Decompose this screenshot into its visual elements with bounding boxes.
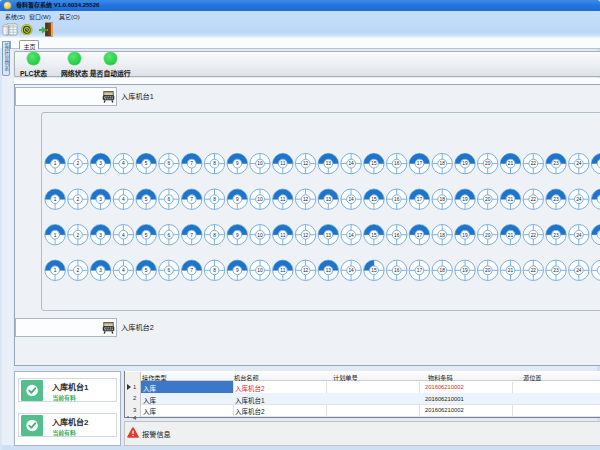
svg-text:13: 13 <box>326 161 332 166</box>
svg-text:5: 5 <box>145 197 148 202</box>
svg-text:11: 11 <box>280 232 285 237</box>
svg-text:12: 12 <box>303 197 309 202</box>
svg-text:10: 10 <box>257 232 263 237</box>
svg-text:22: 22 <box>531 268 537 273</box>
svg-text:15: 15 <box>371 232 377 237</box>
svg-text:20: 20 <box>485 232 491 237</box>
svg-text:5: 5 <box>145 268 148 273</box>
svg-text:17: 17 <box>417 232 423 237</box>
svg-text:15: 15 <box>371 268 377 273</box>
svg-text:4: 4 <box>122 197 125 202</box>
svg-text:3: 3 <box>99 161 102 166</box>
svg-text:23: 23 <box>553 232 559 237</box>
svg-text:24: 24 <box>576 197 582 202</box>
svg-text:6: 6 <box>168 232 171 237</box>
svg-text:2: 2 <box>77 197 80 202</box>
svg-text:11: 11 <box>280 268 285 273</box>
svg-text:4: 4 <box>122 268 125 273</box>
svg-text:11: 11 <box>280 161 285 166</box>
svg-text:11: 11 <box>280 197 285 202</box>
svg-text:16: 16 <box>394 232 400 237</box>
svg-text:9: 9 <box>236 232 239 237</box>
svg-text:13: 13 <box>326 268 332 273</box>
svg-text:1: 1 <box>54 232 57 237</box>
svg-text:18: 18 <box>440 268 446 273</box>
svg-text:13: 13 <box>326 232 332 237</box>
svg-text:21: 21 <box>508 268 514 273</box>
svg-text:2: 2 <box>77 161 80 166</box>
svg-text:18: 18 <box>440 197 446 202</box>
svg-text:23: 23 <box>553 197 559 202</box>
svg-text:3: 3 <box>99 232 102 237</box>
svg-text:16: 16 <box>394 268 400 273</box>
svg-text:13: 13 <box>326 197 332 202</box>
svg-text:18: 18 <box>440 161 446 166</box>
svg-text:1: 1 <box>54 161 57 166</box>
svg-text:21: 21 <box>508 197 514 202</box>
svg-text:7: 7 <box>190 161 193 166</box>
svg-text:7: 7 <box>190 268 193 273</box>
svg-text:2: 2 <box>77 232 80 237</box>
svg-text:23: 23 <box>553 268 559 273</box>
svg-text:9: 9 <box>236 197 239 202</box>
svg-text:20: 20 <box>485 161 491 166</box>
svg-text:10: 10 <box>257 268 263 273</box>
svg-text:16: 16 <box>394 197 400 202</box>
svg-text:9: 9 <box>236 161 239 166</box>
svg-text:15: 15 <box>371 197 377 202</box>
svg-text:24: 24 <box>576 232 582 237</box>
svg-text:8: 8 <box>213 161 216 166</box>
svg-text:23: 23 <box>553 161 559 166</box>
svg-text:14: 14 <box>348 268 354 273</box>
svg-text:5: 5 <box>145 161 148 166</box>
svg-text:22: 22 <box>531 161 537 166</box>
svg-text:7: 7 <box>190 232 193 237</box>
svg-text:1: 1 <box>54 197 57 202</box>
svg-text:10: 10 <box>257 197 263 202</box>
svg-text:15: 15 <box>371 161 377 166</box>
svg-text:2: 2 <box>77 268 80 273</box>
svg-text:7: 7 <box>190 197 193 202</box>
svg-text:14: 14 <box>348 232 354 237</box>
svg-text:16: 16 <box>394 161 400 166</box>
svg-text:14: 14 <box>348 161 354 166</box>
svg-text:24: 24 <box>576 161 582 166</box>
svg-text:20: 20 <box>485 197 491 202</box>
svg-text:1: 1 <box>54 268 57 273</box>
svg-text:17: 17 <box>417 268 423 273</box>
svg-text:17: 17 <box>417 161 423 166</box>
svg-text:21: 21 <box>508 161 514 166</box>
svg-text:12: 12 <box>303 161 309 166</box>
svg-text:3: 3 <box>99 197 102 202</box>
svg-text:19: 19 <box>462 232 468 237</box>
svg-text:19: 19 <box>462 268 468 273</box>
svg-text:4: 4 <box>122 161 125 166</box>
svg-text:19: 19 <box>462 161 468 166</box>
svg-text:22: 22 <box>531 232 537 237</box>
svg-text:18: 18 <box>440 232 446 237</box>
svg-text:4: 4 <box>122 232 125 237</box>
svg-text:6: 6 <box>168 161 171 166</box>
svg-text:19: 19 <box>462 197 468 202</box>
svg-text:14: 14 <box>348 197 354 202</box>
svg-text:8: 8 <box>213 197 216 202</box>
svg-text:3: 3 <box>99 268 102 273</box>
svg-text:5: 5 <box>145 232 148 237</box>
svg-text:17: 17 <box>417 197 423 202</box>
svg-text:8: 8 <box>213 268 216 273</box>
svg-text:24: 24 <box>576 268 582 273</box>
svg-text:8: 8 <box>213 232 216 237</box>
svg-text:20: 20 <box>485 268 491 273</box>
svg-text:12: 12 <box>303 232 309 237</box>
svg-text:9: 9 <box>236 268 239 273</box>
svg-text:6: 6 <box>168 268 171 273</box>
svg-text:12: 12 <box>303 268 309 273</box>
svg-text:21: 21 <box>508 232 514 237</box>
svg-text:6: 6 <box>168 197 171 202</box>
svg-text:10: 10 <box>257 161 263 166</box>
svg-text:22: 22 <box>531 197 537 202</box>
